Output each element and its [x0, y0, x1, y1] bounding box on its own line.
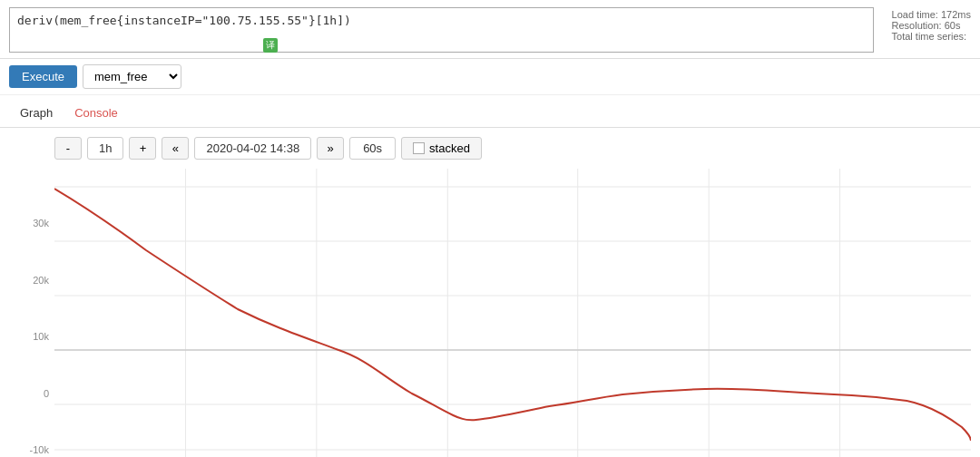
rewind-button[interactable]: «: [162, 137, 189, 160]
resolution-info: Resolution: 60s: [892, 20, 971, 31]
forward-button[interactable]: »: [317, 137, 344, 160]
chart-line: [54, 189, 971, 441]
top-bar: deriv(mem_free{instanceIP="100.75.155.55…: [0, 0, 980, 59]
zoom-in-button[interactable]: +: [129, 137, 156, 160]
y-axis: 30k 20k 10k 0 -10k: [9, 169, 54, 457]
y-label-neg10k: -10k: [30, 444, 49, 455]
y-label-20k: 20k: [33, 275, 49, 286]
tab-graph[interactable]: Graph: [9, 101, 64, 127]
load-time: Load time: 172ms: [892, 9, 971, 20]
graph-controls: - 1h + « 2020-04-02 14:38 » 60s stacked: [0, 128, 980, 169]
stacked-checkbox-icon: [413, 142, 425, 154]
duration-display: 1h: [87, 137, 123, 160]
chart-inner: [54, 169, 971, 457]
metric-select[interactable]: mem_free: [83, 64, 181, 89]
tabs: Graph Console: [0, 95, 980, 128]
datetime-display: 2020-04-02 14:38: [194, 137, 311, 160]
stacked-label: stacked: [429, 141, 470, 155]
resolution-display: 60s: [349, 137, 396, 160]
query-input[interactable]: deriv(mem_free{instanceIP="100.75.155.55…: [9, 7, 874, 53]
chart-area: 30k 20k 10k 0 -10k: [9, 169, 971, 457]
execute-button[interactable]: Execute: [9, 65, 77, 88]
y-label-0: 0: [44, 388, 49, 399]
controls-bar: Execute mem_free: [0, 59, 980, 95]
total-time-series: Total time series:: [892, 31, 971, 42]
tab-console[interactable]: Console: [64, 101, 129, 127]
y-label-10k: 10k: [33, 331, 49, 342]
translate-badge: 译: [263, 38, 278, 53]
top-right-info: Load time: 172ms Resolution: 60s Total t…: [892, 7, 971, 42]
y-label-30k: 30k: [33, 218, 49, 228]
stacked-button[interactable]: stacked: [401, 137, 482, 160]
zoom-out-button[interactable]: -: [54, 137, 82, 160]
chart-svg: [54, 169, 971, 457]
